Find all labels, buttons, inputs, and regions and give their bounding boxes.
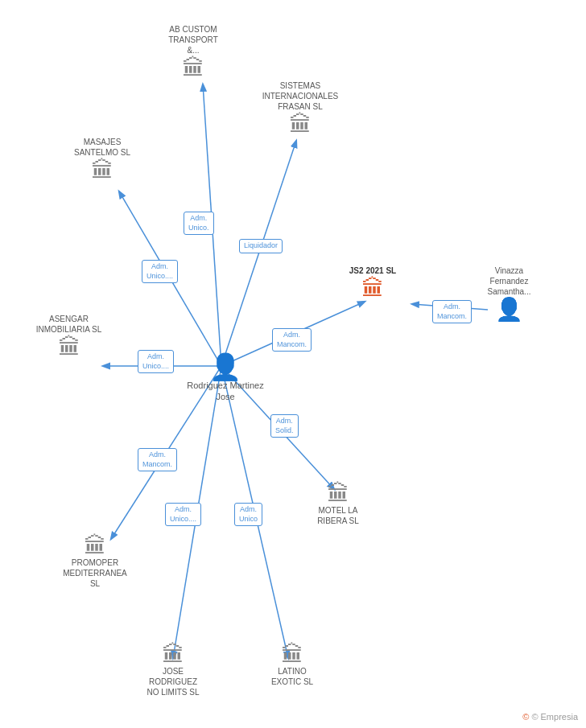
label-jose-rodriguez: JOSERODRIGUEZNO LIMITS SL <box>146 666 199 697</box>
badge-adm-mancom-js2[interactable]: Adm.Mancom. <box>272 328 312 352</box>
badge-adm-mancom-vinazza[interactable]: Adm.Mancom. <box>432 300 472 323</box>
building-icon-jose-rodriguez: 🏛 <box>162 644 184 666</box>
building-icon-sistemas: 🏛 <box>289 113 312 136</box>
node-js2[interactable]: JS2 2021 SL 🏛 <box>336 265 409 300</box>
label-js2: JS2 2021 SL <box>349 265 396 276</box>
node-masajes[interactable]: MASAJESSANTELMO SL 🏛 <box>66 137 138 182</box>
label-vinazza: VinazzaFernandezSamantha... <box>488 265 531 297</box>
label-motel: MOTEL LARIBERA SL <box>317 505 359 526</box>
building-icon-ab: 🏛 <box>182 57 204 80</box>
label-asengar: ASENGARINMOBILIARIA SL <box>36 314 102 335</box>
building-icon-js2: 🏛 <box>361 278 384 300</box>
building-icon-asengar: 🏛 <box>58 336 80 359</box>
building-icon-latino: 🏛 <box>281 644 303 666</box>
node-promoper[interactable]: 🏛 PROMOPERMEDITERRANEASL <box>55 535 135 590</box>
label-latino: LATINOEXOTIC SL <box>271 666 313 687</box>
badge-adm-unico-latino[interactable]: Adm.Unico <box>234 503 262 526</box>
center-label: Rodriguez Martinez Jose <box>185 380 266 403</box>
node-ab-custom[interactable]: AB CUSTOMTRANSPORT&... 🏛 <box>157 24 229 80</box>
building-icon-motel: 🏛 <box>327 483 349 505</box>
node-asengar[interactable]: ASENGARINMOBILIARIA SL 🏛 <box>31 314 107 359</box>
node-motel[interactable]: 🏛 MOTEL LARIBERA SL <box>302 483 374 528</box>
building-icon-promoper: 🏛 <box>84 535 106 557</box>
node-latino[interactable]: 🏛 LATINOEXOTIC SL <box>256 644 328 689</box>
badge-adm-unico-jose-r[interactable]: Adm.Unico.... <box>165 503 201 526</box>
label-ab-custom: AB CUSTOMTRANSPORT&... <box>168 24 218 56</box>
badge-adm-unico-asengar[interactable]: Adm.Unico.... <box>138 350 174 373</box>
center-person-icon: 👤 <box>209 354 241 380</box>
badge-adm-mancom-promoper[interactable]: Adm.Mancom. <box>138 448 177 471</box>
watermark: © © Empresia <box>522 712 578 722</box>
label-promoper: PROMOPERMEDITERRANEASL <box>63 557 126 589</box>
label-masajes: MASAJESSANTELMO SL <box>74 137 130 158</box>
badge-adm-unico-ab[interactable]: Adm.Unico. <box>184 212 214 235</box>
center-node[interactable]: 👤 Rodriguez Martinez Jose <box>185 354 266 405</box>
badge-adm-solid-motel[interactable]: Adm.Solid. <box>270 414 299 438</box>
node-sistemas[interactable]: SISTEMASINTERNACIONALESFRASAN SL 🏛 <box>256 80 345 136</box>
label-sistemas: SISTEMASINTERNACIONALESFRASAN SL <box>262 80 338 112</box>
node-jose-rodriguez[interactable]: 🏛 JOSERODRIGUEZNO LIMITS SL <box>133 644 213 699</box>
building-icon-masajes: 🏛 <box>91 159 113 182</box>
badge-liquidador-sistemas[interactable]: Liquidador <box>239 239 283 253</box>
badge-adm-unico-masajes[interactable]: Adm.Unico.... <box>142 260 178 283</box>
person-icon-vinazza: 👤 <box>495 298 523 321</box>
network-canvas: 👤 Rodriguez Martinez Jose AB CUSTOMTRANS… <box>0 0 586 728</box>
node-vinazza[interactable]: VinazzaFernandezSamantha... 👤 <box>475 265 543 321</box>
